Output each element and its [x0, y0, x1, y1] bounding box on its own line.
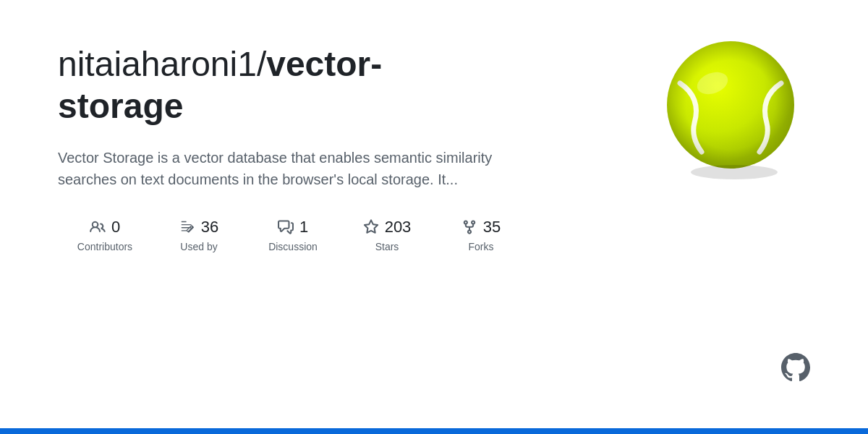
discussion-label: Discussion [268, 241, 318, 252]
stat-stars[interactable]: 203 Stars [340, 218, 434, 252]
bottom-bar [0, 428, 868, 434]
main-content: nitaiaharoni1/vector-storage Vector Stor… [0, 0, 868, 428]
repo-description: Vector Storage is a vector database that… [58, 147, 528, 190]
github-logo-area[interactable] [781, 353, 810, 385]
stat-used-by[interactable]: 36 Used by [152, 218, 246, 252]
left-section: nitaiaharoni1/vector-storage Vector Stor… [58, 43, 651, 252]
forks-label: Forks [469, 241, 494, 252]
discussion-icon [278, 219, 294, 235]
repo-owner[interactable]: nitaiaharoni1/ [58, 45, 266, 83]
forks-count: 35 [483, 218, 501, 237]
contributors-count: 0 [111, 218, 120, 237]
used-by-label: Used by [180, 241, 217, 252]
stars-label: Stars [375, 241, 399, 252]
right-section [651, 36, 810, 181]
svg-point-4 [691, 165, 778, 179]
used-by-icon [179, 219, 195, 235]
discussion-count: 1 [299, 218, 308, 237]
tennis-ball-image [658, 36, 803, 181]
contributors-icon [90, 219, 106, 235]
stat-forks[interactable]: 35 Forks [434, 218, 528, 252]
svg-point-3 [667, 41, 794, 169]
stars-count: 203 [385, 218, 412, 237]
used-by-count: 36 [201, 218, 218, 237]
stats-row: 0 Contributors 36 Used by [58, 218, 651, 252]
contributors-label: Contributors [77, 241, 132, 252]
repo-title: nitaiaharoni1/vector-storage [58, 43, 651, 127]
stars-icon [363, 219, 379, 235]
github-logo-icon [781, 353, 810, 382]
stat-contributors[interactable]: 0 Contributors [58, 218, 152, 252]
forks-icon [461, 219, 477, 235]
stat-discussion[interactable]: 1 Discussion [246, 218, 340, 252]
